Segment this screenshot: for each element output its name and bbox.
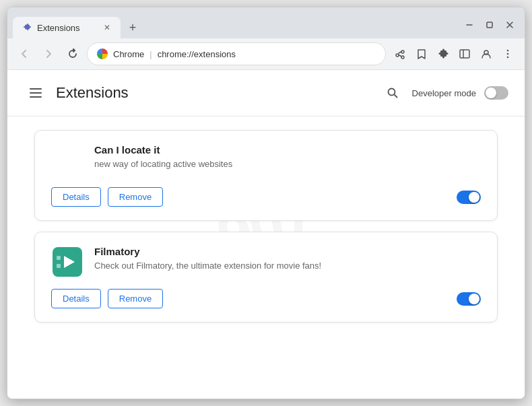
extension-2-details-button[interactable]: Details	[51, 289, 101, 308]
svg-point-6	[388, 89, 395, 96]
extension-card-2: Filmatory Check out Filmatory, the ultim…	[34, 232, 498, 323]
svg-rect-0	[487, 22, 492, 28]
extension-2-toggle-container	[457, 292, 481, 306]
extension-2-desc: Check out Filmatory, the ultimate extens…	[94, 260, 481, 272]
bookmark-button[interactable]	[411, 44, 432, 64]
svg-text:🦅: 🦅	[54, 147, 82, 175]
tab-icon	[21, 22, 32, 33]
extension-2-name: Filmatory	[94, 246, 481, 257]
chrome-logo-icon	[97, 48, 108, 59]
extension-2-controls: Details Remove	[51, 289, 481, 308]
svg-point-5	[507, 57, 509, 59]
hamburger-icon	[30, 88, 42, 98]
menu-button[interactable]	[498, 44, 518, 64]
new-tab-button[interactable]: +	[123, 18, 142, 37]
developer-mode-toggle[interactable]	[484, 86, 508, 100]
browser-toolbar: Chrome | chrome://extensions	[7, 38, 525, 70]
extension-card-1: 🦅 Can I locate it new way of locating ac…	[34, 130, 498, 221]
search-button[interactable]	[381, 81, 404, 104]
reload-button[interactable]	[63, 44, 83, 64]
extension-2-remove-button[interactable]: Remove	[108, 289, 163, 308]
profile-button[interactable]	[476, 44, 496, 64]
svg-rect-11	[57, 264, 61, 268]
extension-1-remove-button[interactable]: Remove	[108, 187, 163, 207]
close-button[interactable]	[500, 15, 519, 34]
address-brand: Chrome	[113, 49, 144, 59]
extension-1-info: Can I locate it new way of locating acti…	[94, 144, 481, 170]
extension-2-logo	[51, 246, 84, 278]
extension-2-toggle-knob	[469, 294, 479, 304]
extension-card-1-top: 🦅 Can I locate it new way of locating ac…	[51, 144, 481, 176]
share-button[interactable]	[390, 44, 410, 64]
forward-button[interactable]	[38, 44, 59, 64]
extensions-header: Extensions Developer mode	[7, 70, 525, 116]
extension-1-controls: Details Remove	[51, 187, 481, 207]
extension-1-toggle[interactable]	[457, 191, 481, 204]
svg-point-4	[507, 53, 509, 55]
svg-rect-10	[57, 256, 61, 260]
browser-window: Extensions ✕ + Chrome	[7, 7, 525, 399]
developer-mode-label: Developer mode	[412, 88, 476, 98]
page-title: Extensions	[56, 84, 129, 102]
maximize-button[interactable]	[480, 15, 499, 34]
tab-label: Extensions	[37, 23, 80, 33]
extensions-list: 907 🦅 Can I locate it new way of locatin…	[7, 116, 525, 336]
sidebar-button[interactable]	[455, 44, 475, 64]
hamburger-menu-button[interactable]	[24, 81, 48, 105]
address-url: chrome://extensions	[158, 49, 236, 59]
extension-2-toggle[interactable]	[457, 292, 481, 306]
toggle-knob	[486, 88, 496, 98]
page-content: Extensions Developer mode 907	[7, 70, 525, 399]
tab-close-button[interactable]: ✕	[102, 22, 112, 33]
toolbar-icons	[390, 44, 518, 64]
extension-1-desc: new way of locating active websites	[94, 158, 481, 170]
window-controls	[460, 15, 519, 38]
extension-1-toggle-knob	[469, 192, 479, 203]
back-button[interactable]	[14, 44, 34, 64]
extension-2-info: Filmatory Check out Filmatory, the ultim…	[94, 246, 481, 272]
svg-point-3	[507, 50, 509, 52]
active-tab[interactable]: Extensions ✕	[13, 17, 121, 38]
header-right-controls: Developer mode	[381, 81, 508, 104]
extension-1-logo: 🦅	[51, 144, 84, 176]
title-bar: Extensions ✕ +	[7, 7, 525, 38]
minimize-button[interactable]	[460, 15, 479, 34]
extension-1-name: Can I locate it	[94, 144, 481, 156]
svg-rect-1	[460, 50, 469, 58]
extensions-button[interactable]	[433, 44, 453, 64]
address-bar[interactable]: Chrome | chrome://extensions	[87, 42, 386, 65]
extension-1-toggle-container	[457, 191, 481, 204]
address-divider: |	[149, 49, 152, 59]
extension-card-2-top: Filmatory Check out Filmatory, the ultim…	[51, 246, 481, 278]
extension-1-details-button[interactable]: Details	[51, 187, 101, 207]
